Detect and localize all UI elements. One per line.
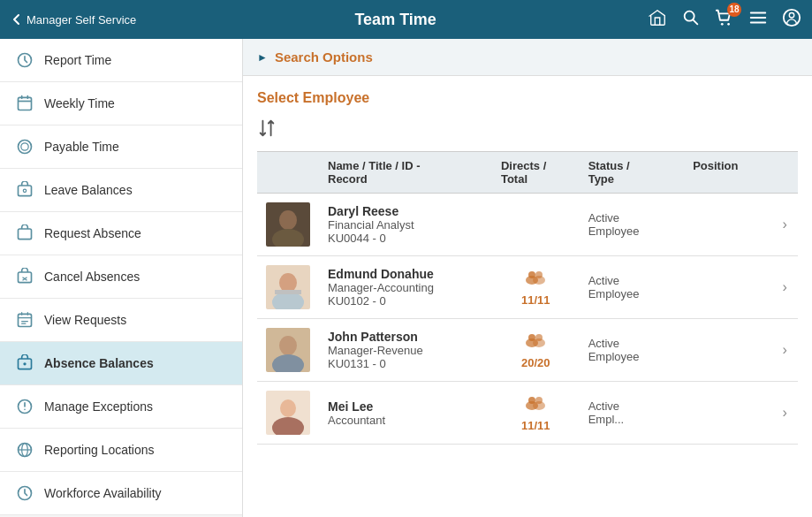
employee-name-cell: Daryl Reese Financial Analyst KU0044 - 0 [319, 194, 492, 256]
sidebar-item-view-requests[interactable]: View Requests [0, 299, 242, 342]
sidebar-item-manage-exceptions[interactable]: Manage Exceptions [0, 385, 242, 429]
status-line1: Active [588, 399, 676, 413]
sidebar-item-report-time[interactable]: Report Time [0, 39, 242, 82]
employee-id: KU0102 - 0 [328, 294, 483, 308]
employee-id: KU0131 - 0 [328, 357, 483, 370]
table-row[interactable]: Edmund Donahue Manager-Accounting KU0102… [257, 256, 798, 319]
employee-name: Mei Lee [328, 399, 483, 414]
sidebar-item-label: Report Time [44, 53, 111, 67]
status-line2: Empl... [588, 413, 676, 426]
col-avatar [257, 152, 319, 194]
employee-status-cell: Active Employee [580, 256, 685, 319]
employee-avatar-cell [257, 319, 319, 382]
profile-icon[interactable] [782, 8, 801, 32]
svg-point-19 [23, 362, 26, 365]
suitcase-icon [14, 179, 35, 201]
sidebar-item-label: Reporting Locations [44, 443, 155, 457]
back-button[interactable]: Manager Self Service [11, 13, 136, 27]
svg-rect-33 [275, 290, 301, 294]
sidebar-item-label: Absence Balances [44, 356, 154, 370]
clock-icon [14, 483, 35, 504]
status-line1: Active [588, 337, 676, 350]
gear-icon [14, 396, 35, 417]
row-chevron-icon[interactable]: › [782, 405, 786, 420]
sidebar-item-request-absence[interactable]: Request Absence [0, 212, 242, 255]
row-chevron-icon[interactable]: › [782, 342, 786, 357]
sidebar-collapse-handle[interactable] [242, 261, 243, 296]
sidebar-item-leave-balances[interactable]: Leave Balances [0, 169, 242, 212]
sidebar-item-weekly-time[interactable]: Weekly Time [0, 82, 242, 125]
col-status: Status / Type [580, 152, 685, 194]
svg-rect-13 [19, 186, 32, 196]
employee-directs-cell: 11/11 [492, 382, 580, 445]
employee-name: Daryl Reese [328, 204, 483, 218]
sidebar-item-workforce-availability[interactable]: Workforce Availability [0, 472, 242, 515]
back-label: Manager Self Service [27, 13, 136, 27]
employee-id: KU0044 - 0 [328, 232, 483, 245]
svg-point-21 [24, 409, 26, 411]
sidebar-item-cancel-absences[interactable]: Cancel Absences [0, 255, 242, 299]
employee-name: John Patterson [328, 330, 483, 344]
menu-icon[interactable] [748, 8, 768, 32]
calendar-check-icon [14, 309, 35, 331]
group-icon [501, 331, 571, 356]
svg-rect-17 [19, 314, 32, 326]
employee-status-cell: Active Empl... [580, 382, 685, 445]
employee-chevron-cell[interactable]: › [771, 194, 798, 256]
employee-chevron-cell[interactable]: › [771, 256, 798, 319]
employee-status-cell: Active Employee [580, 319, 685, 382]
clock-icon [14, 49, 35, 71]
status-line2: Employee [588, 350, 676, 363]
directs-number: 20/20 [521, 356, 550, 369]
row-chevron-icon[interactable]: › [782, 279, 786, 294]
employee-table-wrapper: Name / Title / ID - Record Directs / Tot… [257, 151, 798, 445]
search-icon[interactable] [681, 8, 701, 32]
sidebar-item-label: Payable Time [44, 140, 119, 154]
employee-chevron-cell[interactable]: › [771, 319, 798, 382]
sidebar-item-label: Leave Balances [44, 183, 133, 197]
employee-position-cell [684, 194, 771, 256]
employee-position-cell [684, 382, 771, 445]
cart-icon[interactable]: 18 [715, 8, 734, 32]
employee-title: Manager-Accounting [328, 281, 483, 294]
sidebar-item-label: Workforce Availability [44, 486, 162, 500]
table-header: Name / Title / ID - Record Directs / Tot… [257, 152, 798, 194]
svg-rect-15 [19, 229, 32, 239]
group-icon [501, 393, 571, 419]
row-chevron-icon[interactable]: › [782, 217, 786, 232]
col-directs: Directs / Total [492, 152, 580, 194]
table-row[interactable]: Mei Lee Accountant 11/11 Active Empl... … [257, 382, 798, 445]
employee-directs-cell: 20/20 [492, 319, 580, 382]
sidebar-item-reporting-locations[interactable]: Reporting Locations [0, 429, 242, 472]
employee-directs-cell [492, 194, 580, 256]
employee-avatar-cell [257, 194, 319, 256]
employee-avatar-cell [257, 382, 319, 445]
employee-name-cell: John Patterson Manager-Revenue KU0131 - … [319, 319, 492, 382]
suitcase-icon [14, 353, 35, 374]
table-row[interactable]: Daryl Reese Financial Analyst KU0044 - 0… [257, 194, 798, 256]
globe-icon [14, 439, 35, 460]
home-icon[interactable] [648, 8, 667, 32]
svg-point-28 [279, 210, 297, 230]
employee-table: Name / Title / ID - Record Directs / Tot… [257, 151, 798, 445]
svg-rect-16 [19, 272, 32, 283]
sidebar-item-label: Manage Exceptions [44, 399, 153, 414]
employee-status-cell: Active Employee [580, 194, 685, 256]
employee-name: Edmund Donahue [328, 267, 483, 281]
search-options-bar[interactable]: ► Search Options [243, 39, 812, 76]
avatar [266, 328, 310, 372]
col-name: Name / Title / ID - Record [319, 152, 492, 194]
employee-chevron-cell[interactable]: › [771, 382, 798, 445]
employee-title: Accountant [328, 414, 483, 427]
svg-point-8 [789, 12, 794, 18]
sidebar: Report Time Weekly Time Payable Time Lea… [0, 39, 243, 517]
sort-icon-container[interactable] [257, 115, 798, 144]
avatar [266, 265, 310, 309]
svg-point-39 [279, 336, 297, 355]
sidebar-item-absence-balances[interactable]: Absence Balances [0, 342, 242, 385]
sidebar-item-payable-time[interactable]: Payable Time [0, 125, 242, 169]
avatar [266, 202, 310, 247]
employee-avatar-cell [257, 256, 319, 319]
status-line2: Employee [588, 287, 676, 300]
table-row[interactable]: John Patterson Manager-Revenue KU0131 - … [257, 319, 798, 382]
